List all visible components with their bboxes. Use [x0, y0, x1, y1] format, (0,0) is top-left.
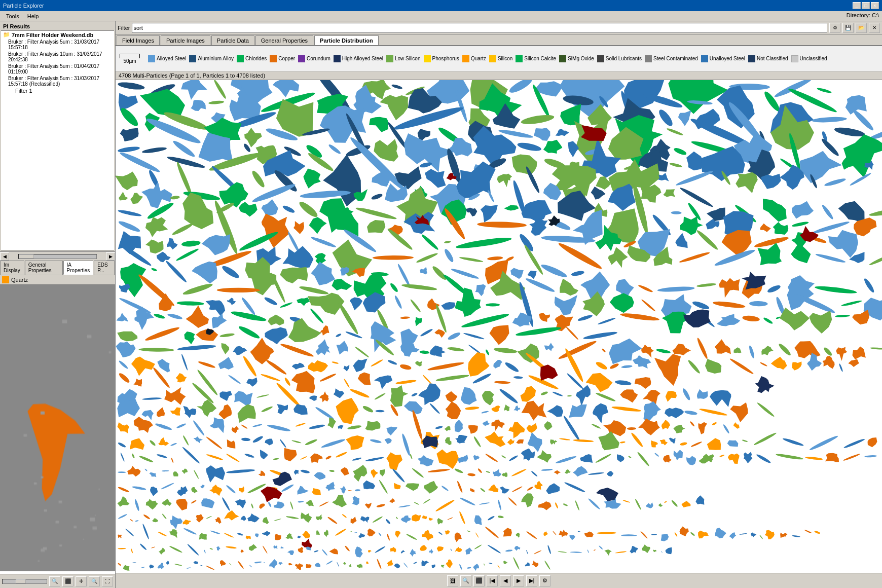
tree-a2-label: Bruker : Filter Analysis 10um : 31/03/20… [8, 51, 112, 62]
menu-bar: Tools Help Directory: C:\ [0, 11, 882, 21]
filter-bar: Filter ⚙ 💾 📂 ✕ [116, 21, 882, 34]
legend-color-aluminium-alloy [189, 55, 196, 62]
tab-particle-data[interactable]: Particle Data [211, 35, 254, 45]
legend-label-phosphorus: Phosphorus [432, 56, 459, 61]
filter-btn-1[interactable]: ⚙ [829, 23, 840, 33]
legend-color-phosphorus [424, 55, 431, 62]
legend-copper: Copper [270, 55, 295, 62]
particle-canvas [0, 285, 115, 571]
legend-color-silicon [489, 55, 496, 62]
filter-btn-2[interactable]: 💾 [842, 23, 854, 33]
fit-btn[interactable]: ⛶ [102, 576, 113, 586]
toolbar-nav-next[interactable]: ▶ [513, 575, 524, 586]
legend-chlorides: Chlorides [237, 55, 267, 62]
legend-color-unclassified [791, 55, 798, 62]
legend-label-not-classified: Not Classified [757, 56, 788, 61]
tab-general-properties-main[interactable]: General Properties [255, 35, 313, 45]
tab-particle-images[interactable]: Particle Images [161, 35, 210, 45]
legend-unclassified: Unclassified [791, 55, 827, 62]
maximize-button[interactable]: □ [862, 2, 870, 9]
legend-color-low-silicon [386, 55, 393, 62]
close-button[interactable]: × [871, 2, 879, 9]
filter-btn-3[interactable]: 📂 [856, 23, 867, 33]
legend-label-high-alloyed-steel: High Alloyed Steel [342, 56, 383, 61]
filter-btn-4[interactable]: ✕ [869, 23, 880, 33]
tree-item-a3[interactable]: Bruker : Filter Analysis 5um : 01/04/201… [1, 63, 114, 75]
folder-icon: 📁 [3, 31, 10, 38]
legend-color-quartz [462, 55, 469, 62]
crosshair-btn[interactable]: ✛ [76, 576, 87, 586]
legend-color-high-alloyed-steel [334, 55, 341, 62]
legend-label-quartz: Quartz [471, 56, 486, 61]
legend-solid-lubricants: Solid Lubricants [597, 55, 642, 62]
tab-bar: Field Images Particle Images Particle Da… [116, 34, 882, 46]
scroll-thumb[interactable] [19, 254, 34, 259]
tree-item-a1[interactable]: Bruker : Filter Analysis 5um : 31/03/201… [1, 39, 114, 51]
scroll-track[interactable] [18, 254, 97, 259]
toolbar-nav-last[interactable]: ▶| [526, 575, 537, 586]
toolbar-zoom-btn[interactable]: 🔍 [460, 575, 471, 586]
legend-label-silicon-calcite: Silicon Calcite [524, 56, 556, 61]
particles-canvas [116, 80, 882, 573]
scale-label: 50µm [123, 58, 136, 64]
file-tree: PI Results 📁 7mm Filter Holder Weekend.d… [1, 22, 114, 250]
zoom-out-btn[interactable]: 🔍 [49, 576, 60, 586]
bottom-tabs: Im Display General Properties IA Propert… [0, 261, 115, 275]
bottom-content: Quartz [0, 275, 115, 574]
toolbar-select-btn[interactable]: ⬛ [473, 575, 485, 586]
legend-aluminium-alloy: Aluminium Alloy [189, 55, 234, 62]
tab-im-display[interactable]: Im Display [0, 261, 24, 275]
main-bottom-toolbar: 🖼 🔍 ⬛ |◀ ◀ ▶ ▶| ⚙ [116, 573, 882, 588]
particle-display[interactable] [116, 80, 882, 573]
tree-item-a2[interactable]: Bruker : Filter Analysis 10um : 31/03/20… [1, 51, 114, 63]
main-layout: PI Results 📁 7mm Filter Holder Weekend.d… [0, 21, 882, 588]
tab-field-images[interactable]: Field Images [117, 35, 160, 45]
select-btn[interactable]: ⬛ [62, 576, 74, 586]
tab-eds-p[interactable]: EDS P... [94, 261, 115, 275]
tab-ia-properties[interactable]: IA Properties [63, 261, 94, 275]
left-panel: PI Results 📁 7mm Filter Holder Weekend.d… [0, 21, 116, 588]
tree-item-db[interactable]: 📁 7mm Filter Holder Weekend.db [1, 31, 114, 39]
menu-help[interactable]: Help [23, 12, 43, 20]
legend-label-alloyed-steel: Alloyed Steel [157, 56, 186, 61]
zoom-thumb[interactable] [16, 579, 26, 583]
legend-area: 50µm Alloyed Steel Aluminium Alloy Chlor… [116, 46, 882, 71]
legend-color-unalloyed-steel [701, 55, 708, 62]
legend-simgoxide: SiMg Oxide [559, 55, 594, 62]
legend-color-not-classified [748, 55, 755, 62]
scroll-left-btn[interactable]: ◀ [0, 252, 9, 261]
legend-silicon-calcite: Silicon Calcite [516, 55, 556, 62]
menu-tools[interactable]: Tools [2, 12, 23, 20]
legend-unalloyed-steel: Unalloyed Steel [701, 55, 745, 62]
tree-item-a4[interactable]: Bruker : Filter Analysis 5um : 31/03/201… [1, 75, 114, 87]
legend-label-simgoxide: SiMg Oxide [568, 56, 594, 61]
toolbar-settings-btn[interactable]: ⚙ [539, 575, 550, 586]
scroll-right-btn[interactable]: ▶ [106, 252, 115, 261]
particle-image-display [0, 285, 115, 571]
tree-a3-label: Bruker : Filter Analysis 5um : 01/04/201… [8, 63, 112, 75]
legend-color-chlorides [237, 55, 244, 62]
tab-particle-distribution[interactable]: Particle Distribution [314, 35, 379, 45]
tab-general-properties[interactable]: General Properties [25, 261, 63, 275]
legend-label-steel-contaminated: Steel Contaminated [653, 56, 698, 61]
minimize-button[interactable]: _ [853, 2, 861, 9]
zoom-slider[interactable] [2, 579, 47, 584]
particle-count-text: 4708 Multi-Particles (Page 1 of 1, Parti… [119, 72, 265, 79]
toolbar-nav-first[interactable]: |◀ [487, 575, 498, 586]
toolbar-image-btn[interactable]: 🖼 [447, 575, 458, 586]
legend-label-solid-lubricants: Solid Lubricants [606, 56, 642, 61]
zoom-in-btn[interactable]: 🔍 [89, 576, 100, 586]
legend-label-silicon: Silicon [498, 56, 512, 61]
tree-header: PI Results [1, 22, 114, 31]
legend-label-unalloyed-steel: Unalloyed Steel [710, 56, 745, 61]
tree-f1-label: Filter 1 [15, 88, 32, 94]
particle-type-label: Quartz [11, 277, 28, 283]
filter-input[interactable] [132, 23, 827, 33]
legend-label-corundum: Corundum [307, 56, 330, 61]
scale-bar-visual: 50µm [120, 54, 140, 64]
h-scrollbar[interactable]: ◀ ▶ [0, 251, 115, 261]
toolbar-nav-prev[interactable]: ◀ [500, 575, 511, 586]
tree-item-f1[interactable]: Filter 1 [1, 87, 114, 94]
count-bar: 4708 Multi-Particles (Page 1 of 1, Parti… [116, 71, 882, 80]
bottom-controls: 🔍 ⬛ ✛ 🔍 ⛶ [0, 574, 115, 588]
